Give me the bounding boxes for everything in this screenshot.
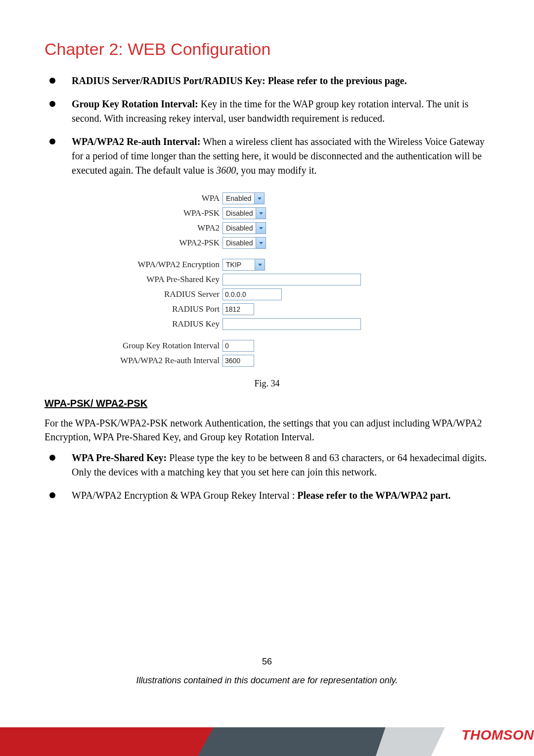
chevron-down-icon — [256, 208, 266, 219]
wpa-label: WPA — [94, 193, 222, 203]
chevron-down-icon — [256, 237, 266, 248]
radius-key-label: RADIUS Key — [94, 319, 222, 329]
bullet2-psk: WPA Pre-Shared Key: Please type the key … — [44, 451, 490, 479]
reauth-label: WPA/WPA2 Re-auth Interval — [94, 356, 222, 366]
bullet-group-key-bold: Group Key Rotation Interval: — [72, 98, 198, 109]
bullet2-psk-bold: WPA Pre-Shared Key: — [72, 452, 167, 463]
radius-port-input[interactable]: 1812 — [222, 303, 254, 315]
chevron-down-icon — [254, 193, 264, 204]
radius-port-label: RADIUS Port — [94, 304, 222, 314]
wpa2-psk-label: WPA2-PSK — [94, 238, 222, 248]
wpa-select[interactable]: Enabled — [222, 192, 265, 204]
encryption-label: WPA/WPA2 Encryption — [94, 260, 222, 270]
wpa-select-value: Enabled — [223, 194, 254, 202]
bullet-group-key: Group Key Rotation Interval: Key in the … — [44, 97, 490, 126]
settings-panel: WPA Enabled WPA-PSK Disabled WPA2 — [94, 192, 490, 367]
page-number: 56 — [0, 657, 534, 667]
bullet-radius: RADIUS Server/RADIUS Port/RADIUS Key: Pl… — [44, 74, 490, 88]
encryption-select-value: TKIP — [223, 261, 255, 269]
figure-caption: Fig. 34 — [44, 378, 490, 389]
wpa2-psk-select[interactable]: Disabled — [222, 237, 266, 249]
svg-marker-0 — [258, 197, 262, 200]
section-paragraph: For the WPA-PSK/WPA2-PSK network Authent… — [44, 416, 490, 444]
footer-band-red — [0, 727, 218, 756]
radius-key-input[interactable] — [222, 318, 361, 330]
psk-label: WPA Pre-Shared Key — [94, 275, 222, 284]
bullet-reauth-bold: WPA/WPA2 Re-auth Interval: — [72, 136, 200, 147]
group-rotation-label: Group Key Rotation Interval — [94, 341, 222, 351]
wpa-psk-select-value: Disabled — [223, 209, 256, 217]
wpa2-select[interactable]: Disabled — [222, 222, 266, 234]
chevron-down-icon — [256, 223, 266, 234]
bullet-reauth-italic: 3600 — [216, 165, 236, 176]
section-heading: WPA-PSK/ WPA2-PSK — [44, 398, 490, 409]
encryption-select[interactable]: TKIP — [222, 259, 265, 271]
bullet-reauth: WPA/WPA2 Re-auth Interval: When a wirele… — [44, 135, 490, 178]
footer-band-dark — [198, 727, 396, 756]
wpa2-select-value: Disabled — [223, 224, 256, 232]
bullet-reauth-rest-b: , you may modify it. — [236, 165, 316, 176]
svg-marker-1 — [259, 212, 263, 215]
bullet2-enc-bold: Please refer to the WPA/WPA2 part. — [297, 490, 450, 501]
brand-logo: THOMSON — [461, 727, 534, 743]
wpa-psk-label: WPA-PSK — [94, 208, 222, 218]
wpa-psk-select[interactable]: Disabled — [222, 207, 266, 219]
footer-band: THOMSON — [0, 716, 534, 756]
chevron-down-icon — [255, 259, 265, 270]
wpa2-psk-select-value: Disabled — [223, 239, 256, 247]
svg-marker-4 — [258, 264, 262, 266]
bullet2-enc: WPA/WPA2 Encryption & WPA Group Rekey In… — [44, 488, 490, 503]
disclaimer: Illustrations contained in this document… — [0, 675, 534, 686]
radius-server-input[interactable]: 0.0.0.0 — [222, 288, 282, 300]
group-rotation-input[interactable]: 0 — [222, 340, 254, 352]
radius-server-label: RADIUS Server — [94, 289, 222, 299]
psk-input[interactable] — [222, 274, 361, 285]
footer-band-grey — [376, 727, 445, 756]
bullet-radius-text: RADIUS Server/RADIUS Port/RADIUS Key: Pl… — [72, 75, 407, 86]
chapter-title: Chapter 2: WEB Configuration — [44, 40, 490, 59]
reauth-input[interactable]: 3600 — [222, 355, 254, 367]
wpa2-label: WPA2 — [94, 223, 222, 233]
svg-marker-3 — [259, 242, 263, 244]
svg-marker-2 — [259, 227, 263, 230]
bullet2-enc-a: WPA/WPA2 Encryption & WPA Group Rekey In… — [72, 490, 297, 501]
